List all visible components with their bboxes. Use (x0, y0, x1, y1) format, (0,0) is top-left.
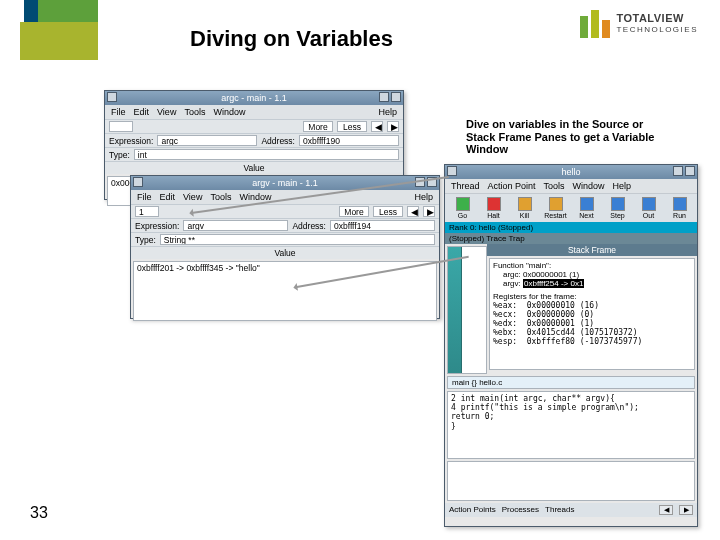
status-line-1: Rank 0: hello (Stopped) (445, 222, 697, 233)
go-button[interactable]: Go (449, 197, 476, 219)
win1-menubar: File Edit View Tools Window Help (105, 105, 403, 119)
type-label: Type: (109, 150, 130, 160)
less-button[interactable]: Less (337, 121, 367, 132)
nav-prev[interactable]: ◀ (371, 121, 383, 132)
source-pane[interactable]: 2 int main(int argc, char** argv){ 4 pri… (447, 391, 695, 459)
type-field[interactable]: int (134, 149, 399, 160)
variable-window-argv: argv - main - 1.1 File Edit View Tools W… (130, 175, 440, 319)
win2-title: argv - main - 1.1 (252, 178, 318, 188)
expression-field[interactable]: argv (183, 220, 288, 231)
slide-corner-mark (0, 0, 100, 60)
next-icon (580, 197, 594, 211)
brand-bars-icon (580, 10, 610, 38)
more-button[interactable]: More (339, 206, 369, 217)
sf-registers-header: Registers for the frame: (493, 292, 691, 301)
minimize-icon[interactable] (673, 166, 683, 176)
menu-help[interactable]: Help (414, 192, 433, 202)
type-field[interactable]: String ** (160, 234, 435, 245)
expression-field[interactable]: argc (157, 135, 257, 146)
halt-icon (487, 197, 501, 211)
tab-processes[interactable]: Processes (502, 505, 539, 515)
brand-logo: TOTALVIEW TECHNOLOGIES (580, 10, 698, 38)
menu-file[interactable]: File (137, 192, 152, 202)
menu-file[interactable]: File (111, 107, 126, 117)
src-line: } (451, 422, 691, 431)
step-button[interactable]: Step (604, 197, 631, 219)
address-field[interactable]: 0xbffff190 (299, 135, 399, 146)
stack-trace-gutter (448, 247, 462, 373)
nav-next[interactable]: ▶ (679, 505, 693, 515)
more-button[interactable]: More (303, 121, 333, 132)
win3-titlebar[interactable]: hello (445, 165, 697, 179)
win3-toolbar: Go Halt Kill Restart Next Step Out Run (445, 193, 697, 222)
address-label: Address: (261, 136, 295, 146)
sf-argc[interactable]: argc: 0x00000001 (1) (493, 270, 691, 279)
menu-tools[interactable]: Tools (210, 192, 231, 202)
next-button[interactable]: Next (573, 197, 600, 219)
out-button[interactable]: Out (635, 197, 662, 219)
menu-help[interactable]: Help (378, 107, 397, 117)
address-field[interactable]: 0xbffff194 (330, 220, 435, 231)
nav-next[interactable]: ▶ (423, 206, 435, 217)
menu-actionpoint[interactable]: Action Point (488, 181, 536, 191)
tab-action-points[interactable]: Action Points (449, 505, 496, 515)
nav-prev[interactable]: ◀ (659, 505, 673, 515)
menu-window[interactable]: Window (213, 107, 245, 117)
sf-reg-edx: %edx: 0x00000001 (1) (493, 319, 691, 328)
menu-view[interactable]: View (183, 192, 202, 202)
menu-edit[interactable]: Edit (134, 107, 150, 117)
menu-thread[interactable]: Thread (451, 181, 480, 191)
minimize-icon[interactable] (379, 92, 389, 102)
win2-menubar: File Edit View Tools Window Help (131, 190, 439, 204)
step-icon (611, 197, 625, 211)
run-button[interactable]: Run (666, 197, 693, 219)
menu-tools[interactable]: Tools (544, 181, 565, 191)
src-line: 4 printf("this is a simple program\n"); (451, 403, 691, 412)
brand-line2: TECHNOLOGIES (616, 24, 698, 35)
menu-edit[interactable]: Edit (160, 192, 176, 202)
restart-button[interactable]: Restart (542, 197, 569, 219)
value-header: Value (243, 163, 264, 173)
maximize-icon[interactable] (685, 166, 695, 176)
expression-label: Expression: (135, 221, 179, 231)
menu-view[interactable]: View (157, 107, 176, 117)
stack-frame-pane[interactable]: Function "main": argc: 0x00000001 (1) ar… (489, 258, 695, 370)
stack-frame-title: Stack Frame (487, 244, 697, 256)
sf-reg-ebx: %ebx: 0x4015cd44 (1075170372) (493, 328, 691, 337)
count-field[interactable] (109, 121, 133, 132)
sysmenu-icon[interactable] (447, 166, 457, 176)
sysmenu-icon[interactable] (133, 177, 143, 187)
brand-line1: TOTALVIEW (616, 13, 698, 24)
kill-button[interactable]: Kill (511, 197, 538, 219)
run-icon (673, 197, 687, 211)
sf-reg-eax: %eax: 0x00000010 (16) (493, 301, 691, 310)
value-header: Value (274, 248, 295, 258)
restart-icon (549, 197, 563, 211)
status-line-2: (Stopped) Trace Trap (445, 233, 697, 244)
nav-prev[interactable]: ◀ (407, 206, 419, 217)
win3-menubar: Thread Action Point Tools Window Help (445, 179, 697, 193)
bottom-pane[interactable] (447, 461, 695, 501)
halt-button[interactable]: Halt (480, 197, 507, 219)
win3-title: hello (561, 167, 580, 177)
sf-argv[interactable]: argv: 0xbffff254 -> 0x1 (493, 279, 691, 288)
menu-window[interactable]: Window (573, 181, 605, 191)
maximize-icon[interactable] (391, 92, 401, 102)
src-line: 2 int main(int argc, char** argv){ (451, 394, 691, 403)
menu-tools[interactable]: Tools (184, 107, 205, 117)
less-button[interactable]: Less (373, 206, 403, 217)
menu-help[interactable]: Help (613, 181, 632, 191)
count-field[interactable]: 1 (135, 206, 159, 217)
win1-titlebar[interactable]: argc - main - 1.1 (105, 91, 403, 105)
type-label: Type: (135, 235, 156, 245)
page-number: 33 (30, 504, 48, 522)
nav-next[interactable]: ▶ (387, 121, 399, 132)
sf-function: Function "main": (493, 261, 691, 270)
tab-threads[interactable]: Threads (545, 505, 574, 515)
sf-reg-ecx: %ecx: 0x00000000 (0) (493, 310, 691, 319)
debugger-window-hello: hello Thread Action Point Tools Window H… (444, 164, 698, 527)
kill-icon (518, 197, 532, 211)
sf-reg-esp: %esp: 0xbfffef80 (-1073745977) (493, 337, 691, 346)
sysmenu-icon[interactable] (107, 92, 117, 102)
bottom-tabs: Action Points Processes Threads ◀ ▶ (445, 503, 697, 517)
